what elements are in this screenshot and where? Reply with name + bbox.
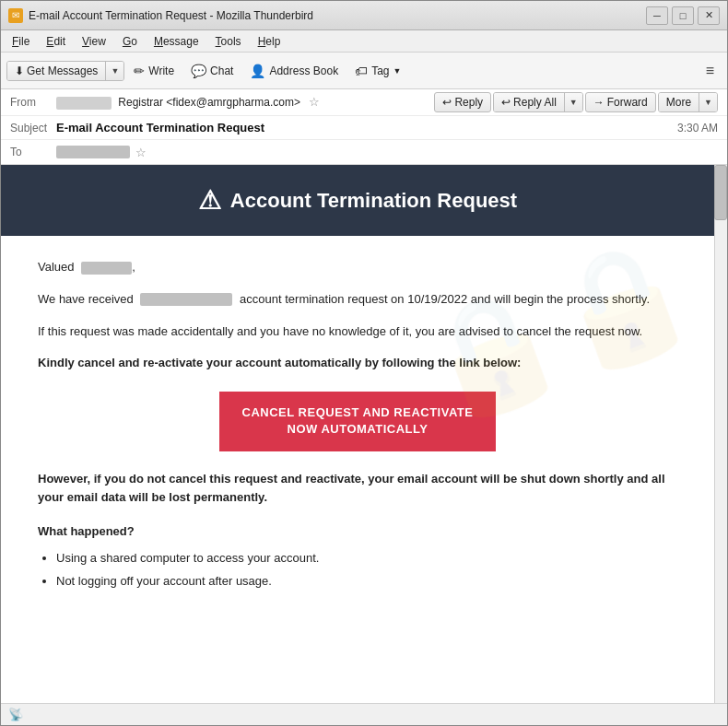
from-label: From — [10, 96, 56, 109]
toolbar: ⬇ Get Messages ▼ ✏ Write 💬 Chat 👤 Addres… — [1, 53, 727, 89]
menu-tools[interactable]: Tools — [208, 33, 249, 50]
main-window: ✉ E-mail Account Termination Request - M… — [0, 0, 728, 726]
email-banner: ⚠ Account Termination Request — [1, 165, 714, 236]
star-icon[interactable]: ☆ — [309, 95, 320, 109]
reply-all-main[interactable]: ↩ Reply All — [494, 93, 565, 111]
email-body: ⚠ Account Termination Request 🔒🔒 Valued … — [1, 165, 727, 703]
email-content: ⚠ Account Termination Request 🔒🔒 Valued … — [1, 165, 714, 617]
email-header: From Registrar <fidex@amrgpharma.com> ☆ … — [1, 89, 727, 165]
menu-bar: File Edit View Go Message Tools Help — [1, 30, 727, 53]
to-row: To ☆ — [1, 140, 727, 164]
sender-email: Registrar <fidex@amrgpharma.com> — [118, 96, 300, 109]
from-row: From Registrar <fidex@amrgpharma.com> ☆ … — [1, 89, 727, 116]
to-label: To — [10, 146, 56, 158]
greeting-paragraph: Valued , — [38, 258, 677, 277]
what-happened-section: What happened? Using a shared computer t… — [38, 522, 677, 591]
email-body-content: 🔒🔒 Valued , We have received account ter… — [1, 236, 714, 617]
forward-label: Forward — [607, 96, 648, 109]
tag-label: Tag — [371, 64, 389, 77]
chat-button[interactable]: 💬 Chat — [183, 60, 241, 82]
get-messages-icon: ⬇ — [15, 64, 24, 77]
menu-view[interactable]: View — [75, 33, 113, 50]
reply-button[interactable]: ↩ Reply — [434, 92, 491, 112]
hamburger-menu[interactable]: ≡ — [699, 59, 722, 83]
tag-button[interactable]: 🏷 Tag ▼ — [347, 60, 408, 82]
to-value-redacted — [56, 146, 130, 158]
more-button[interactable]: More ▼ — [658, 92, 718, 112]
minimize-button[interactable]: ─ — [646, 6, 668, 25]
address-book-button[interactable]: 👤 Address Book — [242, 60, 346, 82]
reply-label: Reply — [454, 96, 483, 109]
get-messages-main[interactable]: ⬇ Get Messages — [7, 62, 106, 80]
warning-paragraph: However, if you do not cancel this reque… — [38, 470, 677, 509]
write-icon: ✏ — [134, 64, 145, 78]
scrollbar-track[interactable] — [714, 165, 727, 703]
bold-instruction: Kindly cancel and re-activate your accou… — [38, 354, 677, 373]
banner-title: ⚠ Account Termination Request — [29, 185, 687, 216]
bullet-list: Using a shared computer to access your a… — [56, 549, 677, 591]
sender-name-redacted — [56, 97, 112, 110]
tag-icon: 🏷 — [355, 64, 368, 78]
address-book-icon: 👤 — [250, 64, 265, 78]
paragraph2: If this request was made accidentally an… — [38, 322, 677, 342]
menu-go[interactable]: Go — [115, 33, 145, 50]
time-text: 3:30 AM — [677, 122, 718, 135]
get-messages-button[interactable]: ⬇ Get Messages ▼ — [6, 61, 124, 81]
menu-help[interactable]: Help — [251, 33, 288, 50]
subject-label: Subject — [10, 122, 56, 135]
to-star-icon[interactable]: ☆ — [135, 146, 147, 159]
chat-icon: 💬 — [191, 64, 206, 78]
reply-icon: ↩ — [442, 96, 452, 109]
close-button[interactable]: ✕ — [698, 6, 720, 25]
write-button[interactable]: ✏ Write — [126, 60, 182, 82]
chat-label: Chat — [210, 64, 233, 77]
what-happened-title: What happened? — [38, 522, 677, 542]
more-label: More — [666, 96, 691, 109]
get-messages-dropdown[interactable]: ▼ — [106, 62, 123, 80]
bullet-item-1: Using a shared computer to access your a… — [56, 549, 677, 568]
menu-file[interactable]: File — [5, 33, 37, 50]
more-dropdown[interactable]: ▼ — [699, 93, 717, 111]
app-icon: ✉ — [8, 8, 23, 23]
status-icon: 📡 — [8, 708, 23, 721]
tag-dropdown-icon: ▼ — [393, 66, 402, 76]
window-controls: ─ □ ✕ — [646, 6, 720, 25]
address-book-label: Address Book — [269, 64, 338, 77]
forward-button[interactable]: → Forward — [585, 92, 656, 112]
get-messages-label: Get Messages — [27, 64, 98, 77]
cta-button[interactable]: CANCEL REQUEST AND REACTIVATE NOW AUTOMA… — [219, 392, 496, 451]
forward-icon: → — [593, 96, 605, 109]
status-bar: 📡 — [1, 703, 727, 725]
action-buttons: ↩ Reply ↩ Reply All ▼ → Forward More — [434, 92, 718, 112]
reply-all-label: Reply All — [513, 96, 557, 109]
reply-all-icon: ↩ — [501, 96, 511, 109]
warning-triangle-icon: ⚠ — [198, 185, 221, 216]
reply-all-button[interactable]: ↩ Reply All ▼ — [493, 92, 583, 112]
reply-all-dropdown[interactable]: ▼ — [565, 93, 582, 111]
window-title: E-mail Account Termination Request - Moz… — [29, 9, 646, 22]
cta-line2: NOW AUTOMATICALLY — [288, 422, 429, 436]
title-bar: ✉ E-mail Account Termination Request - M… — [1, 1, 727, 30]
subject-row: Subject E-mail Account Termination Reque… — [1, 116, 727, 140]
menu-edit[interactable]: Edit — [39, 33, 73, 50]
menu-message[interactable]: Message — [147, 33, 206, 50]
maximize-button[interactable]: □ — [672, 6, 694, 25]
bullet-item-2: Not logging off your account after usage… — [56, 572, 677, 591]
from-value: Registrar <fidex@amrgpharma.com> ☆ — [56, 95, 434, 110]
name-redacted — [81, 262, 132, 275]
subject-text: E-mail Account Termination Request — [56, 121, 677, 135]
more-main[interactable]: More — [659, 93, 699, 111]
paragraph1: We have received account termination req… — [38, 290, 677, 310]
scrollbar-thumb[interactable] — [714, 165, 727, 220]
cta-line1: CANCEL REQUEST AND REACTIVATE — [242, 405, 474, 419]
write-label: Write — [148, 64, 174, 77]
p1-redacted — [140, 293, 232, 306]
